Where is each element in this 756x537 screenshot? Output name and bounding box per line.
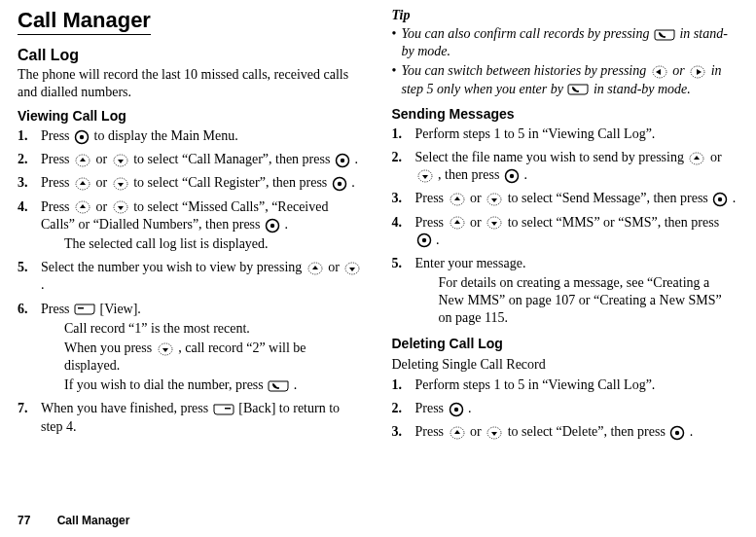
step-text: or	[96, 199, 111, 214]
step-note: Call record “1” is the most recent.	[64, 320, 365, 338]
tip-heading: Tip	[392, 8, 739, 23]
nav-down-icon	[112, 200, 129, 214]
step-note: .	[294, 377, 298, 392]
step-text: to select “MMS” or “SMS”, then press	[508, 215, 719, 230]
nav-down-icon	[486, 193, 503, 206]
heading-deleting-single: Deleting Single Call Record	[392, 357, 739, 373]
step-note: When you press	[64, 340, 156, 355]
step-note: The selected call log list is displayed.	[64, 235, 365, 253]
step-note: If you wish to dial the number, press	[64, 377, 267, 392]
nav-down-icon	[416, 169, 434, 183]
tip-text: You can also confirm call records by pre…	[402, 26, 653, 41]
nav-down-icon	[112, 177, 129, 191]
nav-up-icon	[74, 154, 91, 167]
nav-up-icon	[449, 216, 466, 230]
step-text: to display the Main Menu.	[94, 128, 238, 143]
nav-up-icon	[449, 426, 466, 440]
center-key-icon	[669, 425, 685, 441]
call-key-icon	[654, 28, 675, 42]
nav-up-icon	[74, 177, 91, 191]
nav-down-icon	[112, 154, 129, 167]
heading-deleting-call-log: Deleting Call Log	[392, 336, 739, 351]
footer-section: Call Manager	[57, 514, 130, 527]
nav-up-icon	[449, 193, 466, 206]
intro-text: The phone will record the last 10 missed…	[18, 66, 365, 100]
step-text: Enter your message.	[415, 256, 526, 270]
center-key-icon	[712, 192, 728, 207]
nav-left-icon	[651, 65, 668, 79]
nav-right-icon	[689, 65, 706, 79]
step-text: .	[733, 191, 737, 205]
step-text: .	[436, 233, 440, 247]
steps-deleting-call-log: 1. Perform steps 1 to 5 in “Viewing Call…	[392, 376, 739, 442]
step-note: For details on creating a message, see “…	[439, 274, 739, 328]
center-key-icon	[449, 402, 464, 417]
step-text: Perform steps 1 to 5 in “Viewing Call Lo…	[415, 126, 656, 141]
nav-down-icon	[486, 216, 503, 230]
step-text: or	[470, 191, 485, 205]
right-softkey-icon	[213, 403, 234, 416]
step-text: or	[328, 260, 342, 274]
heading-viewing-call-log: Viewing Call Log	[18, 108, 365, 124]
page-number: 77	[18, 514, 30, 527]
tip-text: in stand-by mode.	[594, 82, 691, 96]
step-text: or	[470, 215, 485, 230]
nav-down-icon	[157, 342, 174, 356]
step-text: Perform steps 1 to 5 in “Viewing Call Lo…	[415, 377, 656, 392]
step-text: .	[354, 152, 358, 166]
tip-text: You can switch between histories by pres…	[402, 63, 650, 78]
step-text: or	[96, 175, 111, 190]
step-text: to select “Delete”, then press	[508, 424, 669, 439]
center-key-icon	[74, 129, 90, 145]
section-call-log: Call Log	[18, 47, 365, 64]
left-softkey-icon	[74, 303, 95, 316]
center-key-icon	[335, 153, 350, 168]
step-text: .	[285, 217, 289, 232]
step-text: .	[690, 424, 694, 439]
page-title: Call Manager	[18, 8, 151, 35]
step-text: Press	[41, 128, 73, 143]
steps-viewing-call-log: 1. Press to display the Main Menu. 2. Pr…	[18, 127, 365, 436]
center-key-icon	[504, 168, 520, 184]
tip-item: You can also confirm call records by pre…	[392, 25, 739, 60]
nav-down-icon	[343, 262, 361, 275]
step-text: .	[41, 277, 45, 292]
nav-up-icon	[74, 200, 91, 214]
step-text: or	[470, 424, 485, 439]
call-key-icon	[268, 379, 289, 393]
tip-text: or	[672, 63, 688, 78]
step-text: , then press	[438, 167, 503, 182]
step-text: to select “Call Register”, then press	[133, 175, 331, 190]
step-text: to select “Send Message”, then press	[508, 191, 712, 205]
step-text: Press	[41, 152, 73, 166]
steps-sending-messages: 1. Perform steps 1 to 5 in “Viewing Call…	[392, 125, 739, 328]
center-key-icon	[332, 176, 347, 192]
step-text: Press	[41, 302, 73, 316]
tip-item: You can switch between histories by pres…	[392, 62, 739, 97]
step-text: Press	[415, 401, 448, 415]
page-footer: 77 Call Manager	[18, 514, 129, 527]
step-text: Select the number you wish to view by pr…	[41, 260, 306, 274]
nav-up-icon	[306, 262, 324, 275]
step-text: When you have finished, press	[41, 401, 212, 415]
step-text: .	[351, 175, 355, 190]
center-key-icon	[265, 218, 280, 233]
call-key-icon	[567, 83, 589, 96]
step-text: Press	[415, 191, 448, 205]
step-text: .	[523, 167, 527, 182]
step-text: or	[710, 150, 722, 164]
step-text: Press	[41, 199, 73, 214]
heading-sending-messages: Sending Messages	[392, 106, 739, 122]
step-text: Press	[415, 215, 448, 230]
step-text: .	[468, 401, 472, 415]
step-text: Select the file name you wish to send by…	[415, 150, 688, 164]
step-text: Press	[41, 175, 73, 190]
nav-up-icon	[688, 152, 705, 165]
step-text: or	[96, 152, 111, 166]
nav-down-icon	[486, 426, 503, 440]
step-text: Press	[415, 424, 448, 439]
step-text: [View].	[100, 302, 141, 316]
step-text: to select “Call Manager”, then press	[133, 152, 334, 166]
center-key-icon	[416, 233, 432, 248]
